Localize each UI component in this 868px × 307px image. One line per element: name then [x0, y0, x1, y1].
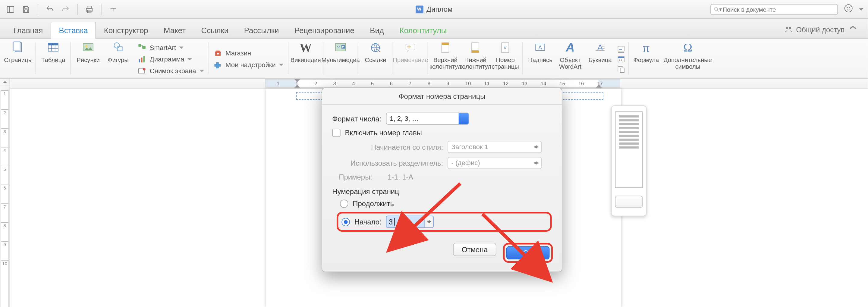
ribbon-collapse-icon[interactable] — [848, 21, 858, 38]
ruler-tick: 10 — [465, 81, 471, 87]
ruler-tick: 4 — [352, 81, 355, 87]
examples-value: 1-1, 1-A — [388, 173, 413, 181]
undo-button[interactable] — [44, 3, 56, 15]
start-at-radio[interactable] — [341, 217, 350, 226]
wordart-button[interactable]: A Объект WordArt — [555, 40, 585, 78]
obscured-button[interactable] — [615, 196, 643, 208]
screenshot-button[interactable]: Снимок экрана — [135, 66, 206, 75]
share-icon — [784, 25, 793, 34]
object-button[interactable] — [616, 64, 626, 73]
ruler-tick: 11 — [484, 81, 490, 87]
feedback-icon[interactable] — [844, 3, 854, 15]
continue-radio[interactable] — [340, 199, 348, 208]
redo-button[interactable] — [59, 3, 71, 15]
tab-view[interactable]: Вид — [362, 22, 392, 38]
start-at-input-wrap[interactable] — [386, 216, 433, 228]
header-button[interactable]: Верхний колонтитул — [430, 40, 460, 78]
qat-customize-button[interactable] — [107, 3, 119, 15]
ruler-tick: 17 — [597, 81, 603, 87]
links-button[interactable]: Ссылки — [361, 40, 390, 78]
share-button[interactable]: Общий доступ — [796, 25, 845, 34]
search-icon — [713, 6, 720, 12]
svg-point-10 — [789, 27, 791, 29]
tab-insert[interactable]: Вставка — [51, 22, 96, 39]
page-number-button[interactable]: # Номер страницы — [490, 40, 520, 78]
footer-button[interactable]: Нижний колонтитул — [461, 40, 490, 78]
search-dropdown-icon[interactable]: ▾ — [719, 6, 722, 12]
chart-button[interactable]: Диаграмма — [135, 54, 206, 64]
vertical-ruler-scale: 12345678910 — [1, 90, 9, 307]
separator-select: - (дефис) — [447, 157, 542, 169]
search-field-wrap[interactable]: ▾ — [710, 4, 838, 15]
chapter-style-select: Заголовок 1 — [447, 141, 542, 153]
window-title: W Диплом — [415, 5, 453, 13]
word-doc-icon: W — [415, 5, 423, 13]
ruler-tick: 6 — [390, 81, 393, 87]
background-panel — [611, 105, 647, 216]
store-button[interactable]: Магазин — [211, 48, 286, 58]
cancel-button[interactable]: Отмена — [453, 243, 496, 256]
ok-button[interactable]: ОК — [506, 246, 550, 259]
svg-rect-46 — [620, 68, 624, 72]
smartart-button[interactable]: SmartArt — [135, 42, 206, 53]
tab-headerfooter[interactable]: Колонтитулы — [392, 22, 455, 38]
tab-home[interactable]: Главная — [5, 22, 51, 38]
ruler-tick: 12 — [503, 81, 508, 87]
media-button[interactable]: Мультимедиа — [326, 40, 355, 78]
number-format-label: Формат числа: — [332, 115, 381, 123]
dropcap-button[interactable]: A Буквица — [585, 40, 615, 78]
horizontal-ruler[interactable]: 11234567891011121314151617 — [10, 79, 868, 89]
signature-line-button[interactable] — [616, 44, 626, 53]
include-chapter-checkbox[interactable] — [332, 129, 341, 137]
svg-point-6 — [845, 4, 852, 12]
scroll-up-icon[interactable] — [0, 79, 10, 85]
save-button[interactable] — [20, 3, 32, 15]
svg-rect-42 — [618, 46, 624, 51]
pictures-button[interactable]: Рисунки — [73, 40, 103, 78]
start-at-label: Начало: — [354, 217, 381, 226]
ruler-tick: 7 — [1, 203, 8, 209]
number-format-select[interactable]: 1, 2, 3, … — [386, 113, 469, 125]
print-button[interactable] — [83, 3, 95, 15]
ruler-tick: 15 — [560, 81, 565, 87]
sidebar-toggle-button[interactable] — [4, 3, 17, 15]
ruler-tick: 16 — [578, 81, 584, 87]
ruler-tick: 1 — [1, 90, 8, 96]
date-time-button[interactable] — [616, 55, 626, 63]
svg-rect-12 — [14, 42, 20, 51]
svg-text:A: A — [538, 44, 542, 51]
ruler-tick: 1 — [277, 81, 279, 87]
vertical-ruler: 12345678910 — [0, 79, 10, 307]
svg-rect-0 — [7, 6, 14, 12]
svg-rect-1 — [25, 10, 28, 12]
include-chapter-label: Включить номер главы — [345, 129, 422, 137]
separator-label: Использовать разделитель: — [332, 159, 443, 167]
ruler-tick: 9 — [446, 81, 449, 87]
tab-design[interactable]: Конструктор — [96, 22, 156, 38]
svg-rect-36 — [472, 50, 479, 53]
tab-mailings[interactable]: Рассылки — [236, 22, 287, 38]
pages-button[interactable]: Страницы — [3, 40, 33, 78]
search-input[interactable] — [723, 6, 835, 12]
stepper-icon[interactable] — [424, 216, 433, 227]
document-name: Диплом — [427, 5, 453, 13]
my-addins-button[interactable]: Мои надстройки — [211, 60, 286, 70]
tab-layout[interactable]: Макет — [156, 22, 193, 38]
svg-rect-19 — [138, 44, 141, 47]
start-at-input[interactable] — [386, 217, 420, 226]
ruler-tick: 1 — [296, 81, 299, 87]
text-cursor — [394, 218, 395, 226]
shapes-button[interactable]: Фигуры — [103, 40, 133, 78]
ruler-tick: 5 — [371, 81, 374, 87]
equation-button[interactable]: π Формула — [631, 40, 661, 78]
svg-rect-18 — [117, 47, 122, 51]
account-dropdown-icon[interactable] — [859, 8, 864, 13]
tab-references[interactable]: Ссылки — [193, 22, 236, 38]
wikipedia-button[interactable]: W Википедия — [291, 40, 321, 78]
textbox-button[interactable]: A Надпись — [525, 40, 555, 78]
symbol-button[interactable]: Ω Дополнительные символы — [661, 40, 715, 78]
svg-text:#: # — [504, 44, 507, 50]
ribbon-tabs: Главная Вставка Конструктор Макет Ссылки… — [0, 19, 868, 39]
table-button[interactable]: Таблица — [38, 40, 68, 78]
tab-review[interactable]: Рецензирование — [287, 22, 362, 38]
